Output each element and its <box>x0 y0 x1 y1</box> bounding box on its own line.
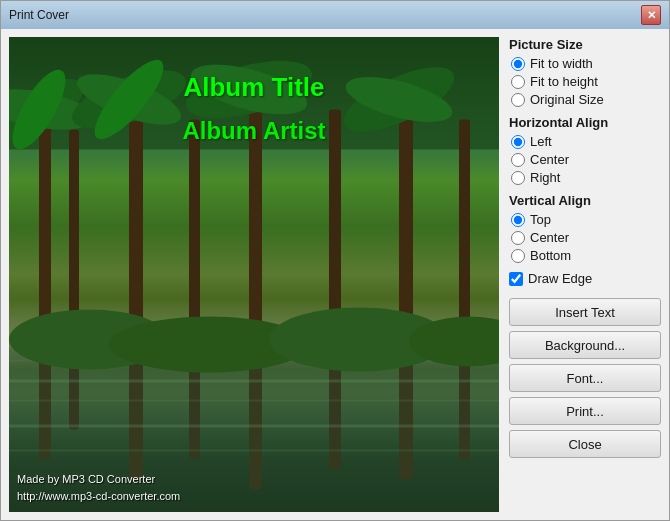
background-button[interactable]: Background... <box>509 331 661 359</box>
h-align-center[interactable]: Center <box>511 152 661 167</box>
picture-size-original[interactable]: Original Size <box>511 92 661 107</box>
draw-edge-checkbox[interactable] <box>509 272 523 286</box>
print-button[interactable]: Print... <box>509 397 661 425</box>
svg-rect-24 <box>9 425 499 428</box>
fit-width-label: Fit to width <box>530 56 593 71</box>
v-align-top[interactable]: Top <box>511 212 661 227</box>
svg-rect-23 <box>9 400 499 402</box>
vertical-align-group: Top Center Bottom <box>511 212 661 263</box>
original-size-label: Original Size <box>530 92 604 107</box>
h-align-left[interactable]: Left <box>511 134 661 149</box>
draw-edge-label: Draw Edge <box>528 271 592 286</box>
horizontal-align-label: Horizontal Align <box>509 115 661 130</box>
footer-line1: Made by MP3 CD Converter <box>17 471 180 488</box>
buttons-section: Insert Text Background... Font... Print.… <box>509 298 661 458</box>
h-center-label: Center <box>530 152 569 167</box>
picture-size-section: Picture Size Fit to width Fit to height … <box>509 37 661 107</box>
vertical-align-label: Vertical Align <box>509 193 661 208</box>
picture-size-label: Picture Size <box>509 37 661 52</box>
picture-size-fit-width[interactable]: Fit to width <box>511 56 661 71</box>
content-area: Album Title Album Artist Made by MP3 CD … <box>1 29 669 520</box>
picture-size-group: Fit to width Fit to height Original Size <box>511 56 661 107</box>
font-button[interactable]: Font... <box>509 364 661 392</box>
vertical-align-section: Vertical Align Top Center Bottom <box>509 193 661 263</box>
v-align-center[interactable]: Center <box>511 230 661 245</box>
jungle-scene-svg <box>9 37 499 512</box>
svg-rect-22 <box>9 380 499 383</box>
footer-text: Made by MP3 CD Converter http://www.mp3-… <box>17 471 180 504</box>
horizontal-align-section: Horizontal Align Left Center Right <box>509 115 661 185</box>
right-panel: Picture Size Fit to width Fit to height … <box>509 37 661 512</box>
image-panel: Album Title Album Artist Made by MP3 CD … <box>9 37 499 512</box>
svg-rect-25 <box>9 450 499 452</box>
close-window-button[interactable]: ✕ <box>641 5 661 25</box>
v-align-bottom[interactable]: Bottom <box>511 248 661 263</box>
title-bar: Print Cover ✕ <box>1 1 669 29</box>
v-bottom-label: Bottom <box>530 248 571 263</box>
draw-edge-section[interactable]: Draw Edge <box>509 271 661 286</box>
h-left-label: Left <box>530 134 552 149</box>
insert-text-button[interactable]: Insert Text <box>509 298 661 326</box>
album-title: Album Title <box>9 72 499 103</box>
window-title: Print Cover <box>9 8 69 22</box>
v-top-label: Top <box>530 212 551 227</box>
picture-size-fit-height[interactable]: Fit to height <box>511 74 661 89</box>
footer-line2: http://www.mp3-cd-converter.com <box>17 488 180 505</box>
h-align-right[interactable]: Right <box>511 170 661 185</box>
album-artist: Album Artist <box>9 117 499 145</box>
main-window: Print Cover ✕ <box>0 0 670 521</box>
horizontal-align-group: Left Center Right <box>511 134 661 185</box>
v-center-label: Center <box>530 230 569 245</box>
close-button[interactable]: Close <box>509 430 661 458</box>
h-right-label: Right <box>530 170 560 185</box>
fit-height-label: Fit to height <box>530 74 598 89</box>
